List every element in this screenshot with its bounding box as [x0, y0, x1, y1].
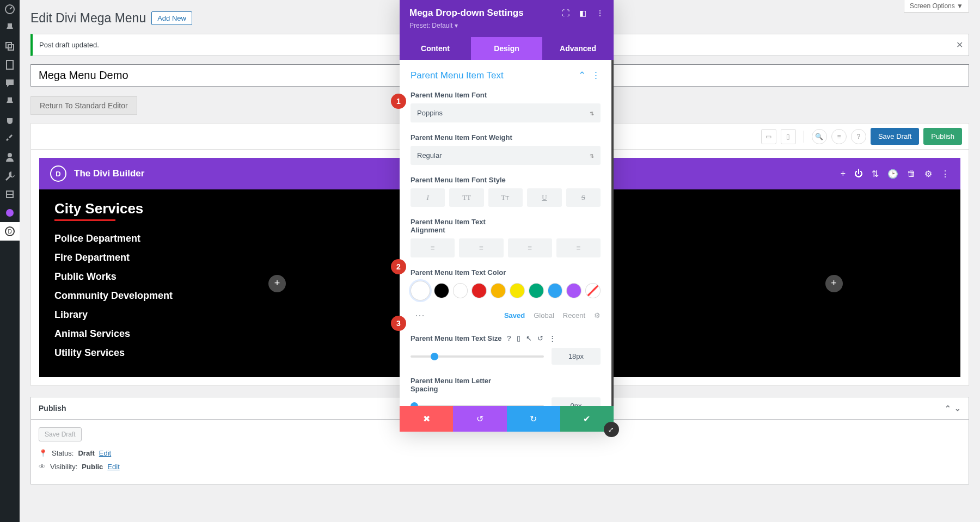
- trash-icon[interactable]: 🗑: [907, 169, 916, 179]
- screen-options-toggle[interactable]: Screen Options ▼: [904, 0, 969, 13]
- color-swatch[interactable]: [434, 283, 449, 298]
- help-icon[interactable]: ?: [851, 129, 866, 144]
- slider-thumb[interactable]: [431, 353, 438, 360]
- svg-rect-3: [7, 60, 13, 69]
- text-size-input[interactable]: [552, 348, 601, 365]
- kebab-icon[interactable]: ⋮: [596, 9, 604, 17]
- color-swatch[interactable]: [529, 283, 544, 298]
- color-tab-global[interactable]: Global: [534, 311, 554, 320]
- chevron-up-icon[interactable]: ⌃: [945, 404, 951, 413]
- sidebar-appearance-icon[interactable]: [0, 130, 20, 148]
- fullscreen-icon[interactable]: ⛶: [562, 9, 569, 17]
- sidebar-tools-icon[interactable]: [0, 167, 20, 185]
- add-new-button[interactable]: Add New: [151, 11, 192, 25]
- kebab-icon[interactable]: ⋮: [591, 70, 601, 81]
- uppercase-button[interactable]: TT: [449, 188, 483, 207]
- font-select[interactable]: Poppins: [411, 103, 601, 122]
- tab-advanced[interactable]: Advanced: [542, 37, 614, 60]
- sidebar-media-icon[interactable]: [0, 37, 20, 56]
- reset-icon[interactable]: ↺: [537, 334, 543, 342]
- color-swatch[interactable]: [510, 283, 525, 298]
- color-swatch-none[interactable]: [585, 283, 601, 298]
- italic-button[interactable]: I: [411, 188, 445, 207]
- cancel-button[interactable]: ✖: [400, 406, 453, 432]
- section-header[interactable]: Parent Menu Item Text ⌃⋮: [411, 70, 601, 81]
- sidebar-current-icon[interactable]: D: [0, 222, 20, 241]
- sidebar-settings-icon[interactable]: [0, 185, 20, 204]
- more-colors-icon[interactable]: ⋯: [411, 307, 429, 323]
- color-swatch[interactable]: [566, 283, 581, 298]
- edit-visibility-link[interactable]: Edit: [107, 463, 119, 471]
- phone-icon[interactable]: ▯: [517, 334, 520, 342]
- underline-button[interactable]: U: [527, 188, 561, 207]
- slider-track[interactable]: [411, 355, 544, 358]
- sidebar-pin-icon[interactable]: [0, 19, 20, 37]
- desktop-view-icon[interactable]: ▭: [761, 129, 776, 144]
- color-swatch[interactable]: [491, 283, 506, 298]
- sidebar-divi-icon[interactable]: [0, 204, 20, 222]
- visibility-row: 👁 Visibility: Public Edit: [39, 463, 961, 471]
- align-left-button[interactable]: ≡: [411, 238, 455, 257]
- spacing-label: Parent Menu Item Letter Spacing: [411, 377, 509, 393]
- builder-title: The Divi Builder: [74, 168, 144, 179]
- spacing-input[interactable]: [552, 397, 601, 406]
- preset-selector[interactable]: Preset: Default ▾: [409, 22, 604, 29]
- layers-icon[interactable]: ≡: [831, 129, 847, 144]
- gear-icon[interactable]: ⚙: [924, 169, 932, 179]
- sidebar-plugins-icon[interactable]: [0, 111, 20, 130]
- visibility-value: Public: [82, 463, 103, 471]
- svg-text:D: D: [8, 229, 11, 235]
- color-tab-recent[interactable]: Recent: [563, 311, 585, 320]
- sidebar-pages-icon[interactable]: [0, 56, 20, 74]
- align-right-button[interactable]: ≡: [508, 238, 552, 257]
- redo-button[interactable]: ↻: [507, 406, 560, 432]
- sidebar-dashboard-icon[interactable]: [0, 0, 20, 19]
- color-swatch[interactable]: [548, 283, 563, 298]
- color-tab-saved[interactable]: Saved: [504, 311, 525, 320]
- save-draft-button[interactable]: Save Draft: [871, 128, 919, 145]
- sidebar-users-icon[interactable]: [0, 148, 20, 167]
- save-draft-small-button[interactable]: Save Draft: [39, 427, 82, 441]
- notice-dismiss-icon[interactable]: ✕: [956, 40, 963, 50]
- publish-button[interactable]: Publish: [923, 128, 962, 145]
- modal-footer: ✖ ↺ ↻ ✔ ⤡: [400, 406, 614, 432]
- undo-button[interactable]: ↺: [453, 406, 506, 432]
- color-swatch[interactable]: [471, 283, 487, 298]
- snap-icon[interactable]: ◧: [579, 9, 586, 17]
- kebab-icon[interactable]: ⋮: [549, 334, 556, 342]
- chevron-up-icon[interactable]: ⌃: [578, 70, 586, 81]
- sidebar-comments-icon[interactable]: [0, 74, 20, 93]
- status-value: Draft: [78, 449, 94, 457]
- tab-content[interactable]: Content: [400, 37, 471, 60]
- color-swatch[interactable]: [453, 283, 468, 298]
- kebab-icon[interactable]: ⋮: [941, 169, 950, 179]
- eye-icon: 👁: [39, 463, 46, 471]
- align-justify-button[interactable]: ≡: [556, 238, 601, 257]
- history-icon[interactable]: 🕑: [887, 169, 898, 179]
- tab-design[interactable]: Design: [471, 37, 542, 60]
- resize-handle-icon[interactable]: ⤡: [604, 422, 619, 437]
- modal-body: Parent Menu Item Text ⌃⋮ Parent Menu Ite…: [400, 60, 614, 406]
- gear-icon[interactable]: ⚙: [594, 311, 601, 320]
- add-module-button[interactable]: +: [825, 275, 843, 292]
- align-center-button[interactable]: ≡: [459, 238, 503, 257]
- capitalize-button[interactable]: Tᴛ: [488, 188, 523, 207]
- color-swatch-selected[interactable]: [411, 281, 430, 300]
- power-icon[interactable]: ⏻: [854, 169, 863, 179]
- notice-text: Post draft updated.: [39, 41, 99, 49]
- zoom-icon[interactable]: 🔍: [812, 129, 827, 144]
- mobile-view-icon[interactable]: ▯: [781, 129, 796, 144]
- hover-icon[interactable]: ↖: [526, 334, 532, 342]
- add-icon[interactable]: +: [841, 169, 846, 179]
- edit-status-link[interactable]: Edit: [99, 449, 111, 457]
- help-icon[interactable]: ?: [507, 334, 511, 342]
- letter-spacing-slider: [411, 397, 601, 406]
- add-module-button[interactable]: +: [268, 275, 286, 292]
- strikethrough-button[interactable]: S: [566, 188, 601, 207]
- slider-thumb[interactable]: [411, 402, 418, 407]
- return-standard-editor-button[interactable]: Return To Standard Editor: [30, 96, 137, 115]
- sort-icon[interactable]: ⇅: [872, 169, 879, 179]
- sidebar-pin2-icon[interactable]: [0, 93, 20, 111]
- weight-select[interactable]: Regular: [411, 146, 601, 165]
- chevron-down-icon[interactable]: ⌄: [954, 404, 961, 413]
